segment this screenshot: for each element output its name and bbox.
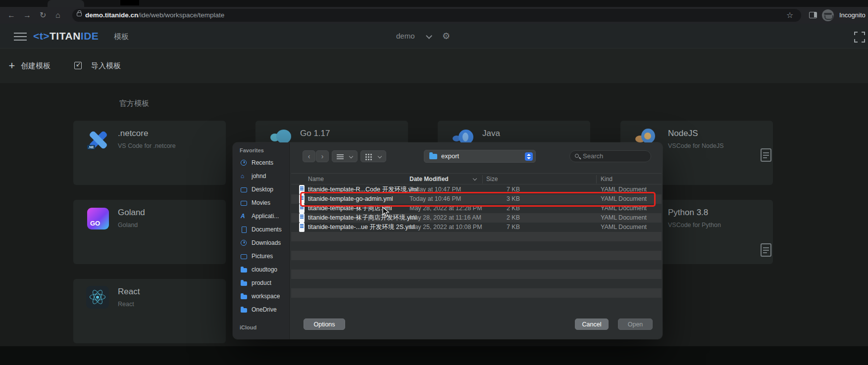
- fullscreen-icon[interactable]: [854, 32, 865, 43]
- yaml-file-icon: [299, 223, 305, 232]
- home-icon[interactable]: ⌂: [55, 7, 60, 24]
- template-card-netcore[interactable]: .NE .netcore VS Code for .netcore: [73, 121, 226, 185]
- grid-view-button[interactable]: [360, 150, 386, 162]
- card-title: React: [118, 287, 140, 297]
- empty-row: [291, 279, 662, 288]
- mouse-cursor: [382, 207, 390, 218]
- applications-icon: A: [241, 213, 247, 220]
- card-subtitle: VSCode for Python: [668, 222, 721, 228]
- workspace-selector[interactable]: demo: [396, 24, 415, 48]
- incognito-label: Incognito: [839, 7, 868, 24]
- import-icon[interactable]: [74, 62, 82, 69]
- file-list-header: Name Date Modified Size Kind: [291, 173, 662, 184]
- card-title: .netcore: [118, 129, 148, 138]
- file-open-dialog: Favorites Recents ⌂johnd Desktop Movies …: [233, 142, 663, 339]
- card-subtitle: Goland: [118, 222, 138, 228]
- dialog-forward-button[interactable]: ›: [316, 150, 329, 162]
- empty-row: [291, 270, 662, 279]
- file-row[interactable]: titanide-template-袜子商店开发环境.ymlMay 28, 20…: [291, 213, 662, 223]
- card-title: Goland: [118, 208, 145, 218]
- empty-row: [291, 298, 662, 307]
- card-title: Go 1.17: [300, 129, 330, 138]
- bookmark-star-icon[interactable]: ☆: [786, 7, 793, 24]
- desktop-icon: [241, 187, 247, 192]
- sidebar-item-applications[interactable]: AApplicati...: [233, 210, 290, 223]
- lock-icon: [77, 12, 82, 16]
- template-card-goland[interactable]: GO Goland Goland: [73, 200, 226, 264]
- card-title: Java: [482, 129, 500, 138]
- logo-prefix: <t>: [33, 30, 50, 42]
- column-divider: [596, 175, 597, 183]
- folder-icon: [241, 281, 247, 286]
- forward-icon[interactable]: →: [23, 7, 31, 24]
- import-template-button[interactable]: 导入模板: [91, 48, 121, 83]
- dialog-back-button[interactable]: ‹: [303, 150, 315, 162]
- open-button[interactable]: Open: [618, 319, 653, 330]
- action-bar: [0, 48, 868, 83]
- browser-tab-strip: [0, 0, 868, 7]
- sidebar-item-downloads[interactable]: Downloads: [233, 236, 290, 250]
- reload-icon[interactable]: ↻: [40, 7, 46, 24]
- browser-tab-dark[interactable]: [120, 0, 139, 5]
- card-subtitle: React: [118, 301, 134, 308]
- highlight-red-box: [300, 192, 656, 207]
- sidebar-item-home[interactable]: ⌂johnd: [233, 170, 290, 183]
- create-template-button[interactable]: 创建模板: [21, 48, 51, 83]
- options-button[interactable]: Options: [304, 319, 345, 330]
- gear-icon[interactable]: ⚙: [442, 24, 450, 48]
- chevron-down-icon: [349, 154, 353, 158]
- menu-icon[interactable]: [14, 33, 27, 41]
- card-title: NodeJS: [668, 129, 698, 138]
- search-icon: [575, 154, 579, 158]
- empty-row: [291, 288, 662, 298]
- section-title: 官方模板: [119, 99, 149, 108]
- empty-row: [291, 251, 662, 260]
- stepper-icon[interactable]: [525, 152, 533, 161]
- sidebar-item-workspace[interactable]: workspace: [233, 290, 290, 303]
- column-date-modified[interactable]: Date Modified: [409, 174, 449, 185]
- plus-icon[interactable]: +: [7, 61, 17, 71]
- empty-row: [291, 260, 662, 270]
- sidebar-item-cloudtogo[interactable]: cloudtogo: [233, 263, 290, 276]
- side-panel-icon[interactable]: [809, 12, 817, 18]
- sidebar-item-documents[interactable]: Documents: [233, 223, 290, 236]
- document-stack-icon[interactable]: [761, 243, 771, 257]
- url-domain: demo.titanide.cn: [85, 11, 138, 19]
- column-divider: [482, 175, 483, 183]
- list-view-button[interactable]: [332, 150, 357, 162]
- column-name[interactable]: Name: [308, 174, 324, 185]
- page-title: 模板: [114, 24, 129, 48]
- location-label: export: [441, 150, 459, 162]
- file-row[interactable]: titanide-template-...ue 开发环境 2S.ymlMay 2…: [291, 223, 662, 232]
- column-kind[interactable]: Kind: [601, 174, 613, 185]
- sidebar-item-recents[interactable]: Recents: [233, 156, 290, 170]
- search-input[interactable]: Search: [569, 150, 651, 162]
- cancel-button[interactable]: Cancel: [575, 319, 609, 330]
- react-icon: [86, 286, 109, 309]
- url-text[interactable]: demo.titanide.cn/ide/web/workspace/templ…: [85, 7, 224, 24]
- folder-icon: [429, 154, 437, 159]
- empty-row: [291, 232, 662, 241]
- back-icon[interactable]: ←: [7, 7, 15, 24]
- app-logo[interactable]: <t>TITANIDE: [33, 24, 99, 48]
- document-stack-icon[interactable]: [761, 148, 771, 162]
- incognito-avatar-icon[interactable]: [822, 9, 834, 21]
- location-dropdown[interactable]: export: [424, 150, 536, 163]
- bottom-strip: [0, 346, 868, 365]
- sidebar-item-desktop[interactable]: Desktop: [233, 183, 290, 196]
- logo-titan: TITAN: [50, 30, 81, 42]
- column-size[interactable]: Size: [486, 174, 498, 185]
- sidebar-item-movies[interactable]: Movies: [233, 196, 290, 210]
- sidebar-item-pictures[interactable]: Pictures: [233, 250, 290, 263]
- goland-icon: GO: [87, 208, 109, 229]
- sort-chevron-icon: [473, 177, 477, 181]
- film-icon: [241, 201, 247, 206]
- download-icon: [241, 240, 247, 246]
- empty-row: [291, 241, 662, 251]
- template-card-react[interactable]: React React: [73, 279, 226, 343]
- folder-icon: [241, 308, 247, 313]
- browser-tab[interactable]: [48, 0, 84, 7]
- sidebar-item-onedrive[interactable]: OneDrive: [233, 303, 290, 317]
- pictures-icon: [241, 254, 247, 259]
- sidebar-item-product[interactable]: product: [233, 276, 290, 290]
